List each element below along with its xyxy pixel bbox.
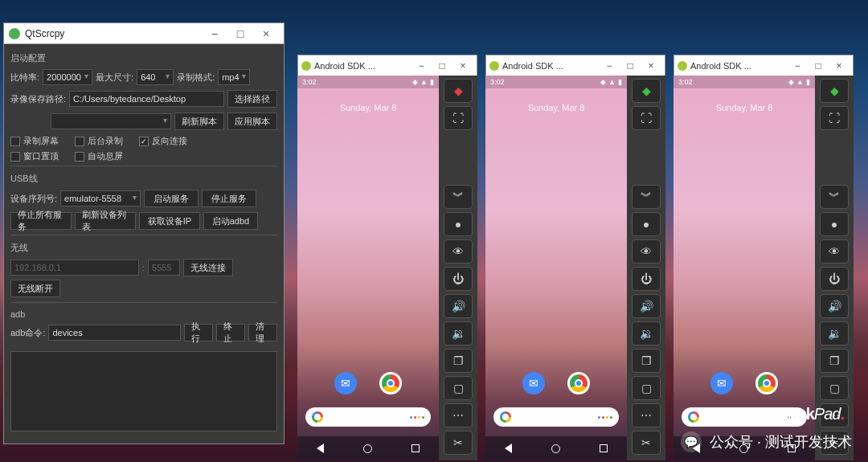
pin-icon[interactable]: ◆ xyxy=(444,79,473,103)
visibility-off-icon[interactable]: 👁 xyxy=(820,239,849,264)
close-button[interactable]: × xyxy=(253,27,279,40)
max-btn-3[interactable]: □ xyxy=(808,60,829,72)
chevron-down-icon[interactable]: ︾ xyxy=(444,185,473,209)
phone-screen-2[interactable]: 3:02◆▲▮ Sunday, Mar 8 ✉ xyxy=(485,76,627,460)
google-search-bar[interactable] xyxy=(493,407,619,427)
nav-recent-icon[interactable] xyxy=(411,444,420,452)
copy-icon[interactable]: ❐ xyxy=(444,349,473,373)
stop-service-button[interactable]: 停止服务 xyxy=(202,190,256,207)
top-checkbox[interactable]: 窗口置顶 xyxy=(10,150,59,162)
power-icon[interactable]: ⏻ xyxy=(632,267,661,291)
android-titlebar-3[interactable]: Android SDK ... − □ × xyxy=(674,55,854,76)
power-icon[interactable]: ⏻ xyxy=(820,267,849,291)
messages-app-icon[interactable]: ✉ xyxy=(522,372,545,395)
volume-down-icon[interactable]: 🔉 xyxy=(820,321,849,345)
adb-input[interactable]: devices xyxy=(48,325,181,341)
background-checkbox[interactable]: 后台录制 xyxy=(75,135,123,147)
cut-icon[interactable]: ✂ xyxy=(632,431,661,455)
start-service-button[interactable]: 启动服务 xyxy=(144,190,199,207)
savepath-input[interactable]: C:/Users/bytedance/Desktop xyxy=(69,91,224,107)
minimize-button[interactable]: − xyxy=(202,27,227,40)
square-icon[interactable]: ▢ xyxy=(632,376,661,400)
google-search-bar[interactable] xyxy=(305,407,431,427)
close-btn-2[interactable]: × xyxy=(641,60,661,72)
ip-input[interactable]: 192.168.0.1 xyxy=(10,260,139,276)
volume-up-icon[interactable]: 🔊 xyxy=(444,294,473,318)
autooff-checkbox[interactable]: 自动息屏 xyxy=(75,150,123,162)
exec-button[interactable]: 执行 xyxy=(184,324,213,341)
volume-up-icon[interactable]: 🔊 xyxy=(632,294,661,318)
min-btn-3[interactable]: − xyxy=(787,60,808,72)
script-dropdown[interactable] xyxy=(51,113,171,129)
nav-home-icon[interactable] xyxy=(363,444,372,453)
android-device-1: Android SDK ... − □ × 3:02 ◆▲▮ Sunday, M… xyxy=(297,55,477,460)
record-icon[interactable]: ● xyxy=(820,212,849,236)
choose-path-button[interactable]: 选择路径 xyxy=(227,90,277,108)
pin-icon[interactable]: ◆ xyxy=(820,79,849,103)
phone-screen-1[interactable]: 3:02 ◆▲▮ Sunday, Mar 8 ✉ xyxy=(297,76,439,460)
adb-output[interactable] xyxy=(10,351,277,431)
copy-icon[interactable]: ❐ xyxy=(632,349,661,373)
port-input[interactable]: 5555 xyxy=(148,260,180,276)
max-btn-1[interactable]: □ xyxy=(432,60,452,72)
get-ip-button[interactable]: 获取设备IP xyxy=(139,212,200,230)
messages-app-icon[interactable]: ✉ xyxy=(710,372,733,395)
close-btn-3[interactable]: × xyxy=(829,60,850,72)
max-btn-2[interactable]: □ xyxy=(620,60,641,72)
cut-icon[interactable]: ✂ xyxy=(444,431,473,455)
chrome-app-icon[interactable] xyxy=(567,372,590,395)
nav-recent-icon[interactable] xyxy=(600,444,608,452)
maximize-button[interactable]: □ xyxy=(227,27,253,40)
volume-up-icon[interactable]: 🔊 xyxy=(820,294,849,318)
refresh-script-button[interactable]: 刷新脚本 xyxy=(174,112,224,130)
watermark-text: 公众号 · 测试开发技术 xyxy=(710,432,852,452)
record-icon[interactable]: ● xyxy=(632,212,661,236)
maxsize-dropdown[interactable]: 640 xyxy=(137,69,174,85)
bitrate-dropdown[interactable]: 2000000 xyxy=(43,69,92,85)
visibility-off-icon[interactable]: 👁 xyxy=(444,239,473,264)
pin-icon[interactable]: ◆ xyxy=(632,79,661,103)
record-icon[interactable]: ● xyxy=(444,212,473,236)
phone-screen-3[interactable]: 3:02◆▲▮ Sunday, Mar 8 ✉ xyxy=(674,76,815,460)
messages-app-icon[interactable]: ✉ xyxy=(334,372,357,395)
min-btn-2[interactable]: − xyxy=(599,60,620,72)
android-titlebar-2[interactable]: Android SDK ... − □ × xyxy=(485,55,665,76)
qt-titlebar[interactable]: QtScrcpy − □ × xyxy=(4,23,284,44)
wifi-connect-button[interactable]: 无线连接 xyxy=(183,259,233,276)
more-icon[interactable]: ⋯ xyxy=(632,403,661,427)
power-icon[interactable]: ⏻ xyxy=(444,267,473,291)
square-icon[interactable]: ▢ xyxy=(820,376,849,400)
fullscreen-icon[interactable]: ⛶ xyxy=(444,106,473,130)
assistant-icon xyxy=(598,416,612,419)
close-btn-1[interactable]: × xyxy=(452,60,473,72)
more-icon[interactable]: ⋯ xyxy=(444,403,473,427)
copy-icon[interactable]: ❐ xyxy=(820,349,849,373)
chrome-app-icon[interactable] xyxy=(755,372,778,395)
nav-back-icon[interactable] xyxy=(317,444,324,453)
chevron-down-icon[interactable]: ︾ xyxy=(632,185,661,209)
refresh-devices-button[interactable]: 刷新设备列表 xyxy=(75,212,136,230)
chevron-down-icon[interactable]: ︾ xyxy=(820,185,849,209)
wifi-disconnect-button[interactable]: 无线断开 xyxy=(10,280,60,297)
nav-back-icon[interactable] xyxy=(505,444,512,453)
clear-button[interactable]: 清理 xyxy=(248,324,277,341)
square-icon[interactable]: ▢ xyxy=(444,376,473,400)
nav-home-icon[interactable] xyxy=(551,444,560,453)
apply-script-button[interactable]: 应用脚本 xyxy=(227,112,277,130)
serial-dropdown[interactable]: emulator-5558 xyxy=(60,190,141,206)
stop-all-button[interactable]: 停止所有服务 xyxy=(10,212,72,230)
volume-down-icon[interactable]: 🔉 xyxy=(444,321,473,345)
reverse-checkbox[interactable]: ✓反向连接 xyxy=(139,135,187,147)
fullscreen-icon[interactable]: ⛶ xyxy=(632,106,661,130)
chrome-app-icon[interactable] xyxy=(379,372,402,395)
min-btn-1[interactable]: − xyxy=(411,60,432,72)
terminate-button[interactable]: 终止 xyxy=(216,324,245,341)
record-checkbox[interactable]: 录制屏幕 xyxy=(10,135,59,147)
format-dropdown[interactable]: mp4 xyxy=(218,69,250,85)
android-titlebar-1[interactable]: Android SDK ... − □ × xyxy=(297,55,477,76)
visibility-off-icon[interactable]: 👁 xyxy=(632,239,661,264)
bitrate-label: 比特率: xyxy=(10,72,39,84)
fullscreen-icon[interactable]: ⛶ xyxy=(820,106,849,130)
volume-down-icon[interactable]: 🔉 xyxy=(632,321,661,345)
start-adbd-button[interactable]: 启动adbd xyxy=(203,212,258,230)
